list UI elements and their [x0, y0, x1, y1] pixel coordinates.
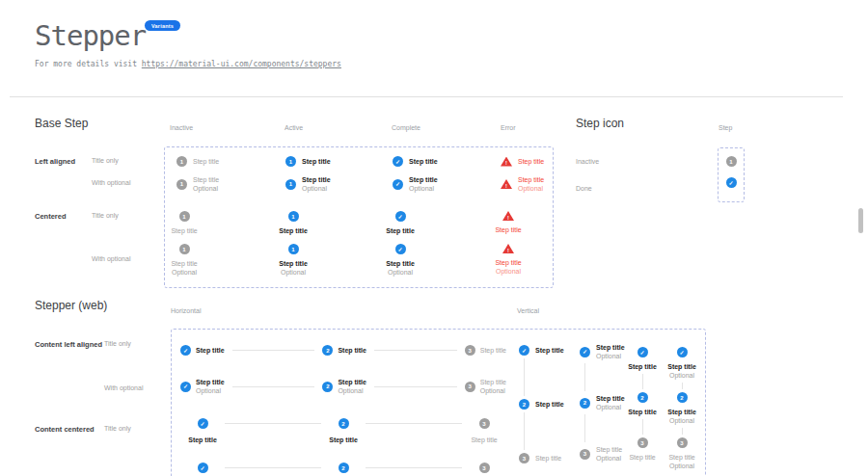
step-optional: Optional: [193, 184, 219, 193]
step-connector: [682, 383, 683, 389]
step-title: Step title: [628, 362, 657, 371]
error-icon: !: [501, 179, 512, 189]
step-connector: [584, 363, 585, 391]
step-number-icon: 3: [677, 437, 688, 448]
vstepper-title-only: ✓ Step title 2 Step title 3 Step title: [519, 345, 564, 463]
row-centered-with-optional: 1 Step titleOptional 1 Step titleOptiona…: [165, 244, 557, 277]
step-connector: [225, 423, 321, 424]
hstepper-with-optional: ✓ Step titleOptional 2 Step titleOptiona…: [180, 378, 506, 395]
step-number-icon: 2: [519, 399, 529, 410]
step-connector: [584, 414, 585, 442]
step-title: Step title: [667, 362, 696, 371]
step-connector: [642, 419, 643, 435]
step-connector: [524, 358, 525, 396]
step-connector: [374, 386, 457, 387]
variant-title-only: Title only: [104, 340, 131, 347]
check-icon: ✓: [519, 345, 529, 356]
material-ui-link[interactable]: https://material-ui.com/components/stepp…: [142, 60, 341, 68]
step-number-icon: 2: [339, 418, 349, 429]
subtitle: For more details visit https://material-…: [35, 60, 341, 68]
step-complete: ✓ Step title: [180, 418, 225, 444]
col-step: Step: [719, 124, 732, 131]
step-number-icon: 2: [677, 392, 688, 403]
variants-badge: Variants: [145, 20, 180, 31]
step-active: 2 Step titleOptional: [580, 394, 625, 411]
check-icon: ✓: [180, 345, 191, 356]
step-error: ! Step title: [501, 156, 557, 167]
step-inactive: 1 Step title: [176, 156, 285, 167]
step-number-icon: 1: [288, 244, 299, 254]
step-title: Step title: [495, 258, 521, 267]
stepper-web-heading: Stepper (web): [35, 299, 107, 312]
step-number-icon: 1: [179, 244, 190, 254]
step-title: Step title: [338, 346, 366, 355]
variant-with-optional: With optional: [104, 384, 143, 391]
row-left-title-only: 1 Step title 1 Step title ✓ Step title !…: [165, 156, 557, 167]
step-inactive: 3 Step title: [465, 345, 506, 356]
row-content-centered: Content centered: [35, 425, 95, 434]
step-active: 1 Step title: [272, 211, 314, 235]
variant-title-only: Title only: [92, 157, 119, 164]
step-connector: [366, 423, 462, 424]
step-error: ! Step title: [487, 211, 529, 235]
step-title: Step title: [171, 226, 197, 235]
step-icon-heading: Step icon: [576, 117, 624, 130]
variant-with-optional: With optional: [92, 179, 130, 186]
step-complete: ✓ Step titleOptional: [180, 378, 225, 395]
step-error: ! Step titleOptional: [501, 175, 557, 193]
variant-with-optional: With optional: [92, 255, 130, 262]
step-title: Step title: [480, 378, 506, 386]
step-title: Step title: [196, 346, 225, 355]
step-number-icon: 1: [285, 179, 296, 190]
step-connector: [232, 350, 315, 351]
check-icon: ✓: [180, 382, 191, 392]
step-inactive: 1 Step title: [163, 211, 205, 235]
step-complete: ✓ Step title: [379, 211, 421, 235]
row-centered-title-only: 1 Step title 1 Step title ✓ Step title !…: [165, 211, 557, 235]
step-optional: Optional: [669, 371, 694, 380]
step-number-icon: 3: [479, 463, 490, 473]
vertical-scrollbar[interactable]: [858, 208, 863, 233]
vstepper-centered-with-optional: ✓ Step titleOptional 2 Step titleOptiona…: [660, 347, 704, 470]
step-active: 2 Step title: [321, 418, 366, 444]
step-connector: [642, 374, 643, 389]
step-title: Step title: [471, 436, 497, 444]
step-connector: [232, 386, 315, 387]
step-title: Step title: [196, 378, 225, 386]
step-title: Step title: [279, 259, 308, 268]
step-title: Step title: [518, 157, 544, 166]
col-inactive: Inactive: [170, 124, 193, 131]
step-inactive: 3 Step titleOptional: [462, 463, 506, 476]
col-active: Active: [285, 124, 303, 131]
step-optional: Optional: [338, 386, 366, 395]
stepper-spec-page: Stepper Variants For more details visit …: [0, 0, 868, 476]
step-inactive: 1 Step titleOptional: [176, 175, 285, 193]
check-icon: ✓: [393, 179, 403, 190]
step-number-icon: 2: [322, 382, 333, 392]
col-complete: Complete: [392, 124, 420, 131]
base-step-heading: Base Step: [35, 117, 88, 130]
row-left-with-optional: 1 Step titleOptional 1 Step titleOptiona…: [165, 175, 557, 193]
check-icon: ✓: [726, 177, 737, 188]
base-step-frame: 1 Step title 1 Step title ✓ Step title !…: [164, 146, 554, 288]
step-optional: Optional: [196, 386, 225, 395]
check-icon: ✓: [198, 463, 208, 473]
row-content-left-aligned: Content left aligned: [35, 340, 102, 349]
step-complete: ✓ Step titleOptional: [180, 463, 225, 476]
vstepper-centered-title-only: ✓ Step title 2 Step title 3 Step title: [620, 347, 665, 462]
step-complete: ✓ Step titleOptional: [580, 343, 625, 360]
step-connector: [225, 467, 321, 468]
step-title: Step title: [535, 346, 564, 355]
step-number-icon: 1: [176, 156, 187, 167]
step-number-icon: 3: [479, 418, 490, 429]
row-centered: Centered: [35, 212, 67, 221]
step-optional: Optional: [172, 268, 197, 277]
step-inactive: 3 Step titleOptional: [465, 378, 506, 395]
step-optional: Optional: [480, 386, 506, 395]
step-title: Step title: [409, 157, 438, 166]
check-icon: ✓: [677, 347, 688, 357]
step-active: 2 Step titleOptional: [321, 463, 366, 476]
step-title: Step title: [302, 157, 331, 166]
check-icon: ✓: [580, 347, 590, 357]
step-number-icon: 2: [322, 345, 333, 356]
